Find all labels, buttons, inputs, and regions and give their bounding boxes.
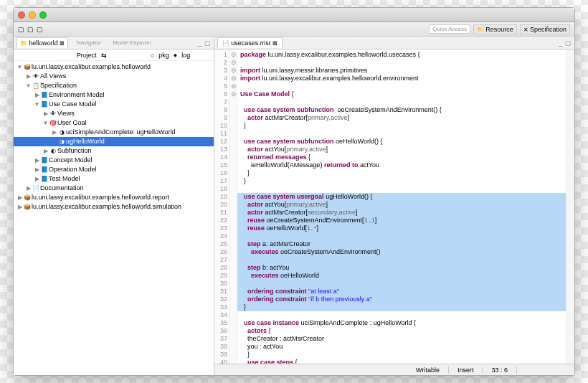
tree-node[interactable]: ▶◐Subfunction bbox=[14, 146, 214, 156]
collapse-icon[interactable]: ⇆ bbox=[101, 52, 107, 59]
tree-node[interactable]: ▶📘Test Model bbox=[14, 174, 214, 184]
minimize-icon[interactable] bbox=[29, 11, 36, 19]
zoom-icon[interactable] bbox=[39, 11, 47, 19]
status-cursor: 33 : 6 bbox=[483, 367, 517, 374]
tree-node[interactable]: ▶👁Views bbox=[14, 109, 214, 118]
code-content[interactable]: package lu.uni.lassy.excalibur.examples.… bbox=[237, 49, 566, 364]
status-mode: Insert bbox=[449, 367, 483, 374]
toolbar-icon[interactable]: ▢ bbox=[27, 26, 34, 33]
project-label: Project bbox=[77, 52, 97, 59]
status-bar: Writable Insert 33 : 6 bbox=[214, 364, 574, 375]
titlebar[interactable] bbox=[14, 8, 574, 22]
editor-tab[interactable]: 📄 usecases.msr ⊠ bbox=[217, 37, 283, 48]
minimize-view-icon[interactable]: ⎯ bbox=[198, 39, 201, 47]
filter-log[interactable]: log bbox=[181, 52, 190, 59]
quick-access-input[interactable]: Quick Access bbox=[429, 24, 470, 34]
tree-node[interactable]: ▼📦lu.uni.lassy.excalibur.examples.hellow… bbox=[14, 62, 214, 72]
tree-node[interactable]: ▶📄Documentation bbox=[14, 184, 214, 193]
tree-node[interactable]: ▶📦lu.uni.lassy.excalibur.examples.hellow… bbox=[14, 193, 214, 202]
project-toolbar: Project ⇆ ○pkg ●log bbox=[14, 49, 214, 61]
code-editor[interactable]: 1234567891011121314151617181920212223242… bbox=[214, 49, 574, 364]
perspective-button[interactable]: 📁 Resource bbox=[473, 24, 517, 34]
view-tabs: 📁 helloworld ⊠ Navigator Model Explorer … bbox=[14, 37, 214, 49]
filter-pkg[interactable]: pkg bbox=[158, 52, 169, 59]
maximize-editor-icon[interactable]: ▢ bbox=[565, 39, 572, 47]
tree-node[interactable]: ▶📘Environment Model bbox=[14, 90, 214, 100]
tree-node[interactable]: ▶📦lu.uni.lassy.excalibur.examples.hellow… bbox=[14, 202, 214, 212]
editor-area: 📄 usecases.msr ⊠ ⎯▢ 12345678910111213141… bbox=[214, 37, 574, 375]
tree-node[interactable]: ▶◑uciSimpleAndComplete: ugHelloWorld bbox=[14, 128, 214, 137]
project-tree[interactable]: ▼📦lu.uni.lassy.excalibur.examples.hellow… bbox=[14, 61, 214, 375]
perspective-button[interactable]: ✕ Specification bbox=[520, 24, 570, 34]
left-panel: 📁 helloworld ⊠ Navigator Model Explorer … bbox=[14, 37, 214, 375]
tree-node[interactable]: ◑ugHelloWorld bbox=[14, 137, 214, 146]
status-writable: Writable bbox=[407, 367, 449, 374]
line-gutter: 1234567891011121314151617181920212223242… bbox=[214, 49, 230, 364]
tree-node[interactable]: ▼📋Specification bbox=[14, 81, 214, 90]
tree-node[interactable]: ▼📘Use Case Model bbox=[14, 100, 214, 109]
toolbar-icon[interactable]: ▢ bbox=[18, 26, 24, 33]
fold-gutter[interactable]: ⊖⊖⊖⊖⊖⊖ bbox=[230, 49, 237, 364]
maximize-view-icon[interactable]: ▢ bbox=[204, 39, 211, 47]
tree-node[interactable]: ▶👁All Views bbox=[14, 72, 214, 81]
ide-window: ▢ ▢ ▢ Quick Access 📁 Resource ✕ Specific… bbox=[13, 7, 575, 376]
tree-node[interactable]: ▼🎯User Goal bbox=[14, 118, 214, 128]
tab-model-explorer[interactable]: Model Explorer bbox=[110, 38, 154, 47]
tree-node[interactable]: ▶📘Concept Model bbox=[14, 156, 214, 165]
close-icon[interactable] bbox=[18, 11, 25, 19]
tab-navigator[interactable]: Navigator bbox=[74, 38, 104, 47]
editor-tabs: 📄 usecases.msr ⊠ ⎯▢ bbox=[214, 37, 574, 49]
tree-node[interactable]: ▶📘Operation Model bbox=[14, 165, 214, 174]
overview-ruler[interactable] bbox=[566, 49, 574, 364]
toolbar-icon[interactable]: ▢ bbox=[37, 26, 43, 33]
tab-helloworld[interactable]: 📁 helloworld ⊠ bbox=[16, 37, 68, 48]
minimize-editor-icon[interactable]: ⎯ bbox=[559, 39, 562, 47]
main-toolbar: ▢ ▢ ▢ Quick Access 📁 Resource ✕ Specific… bbox=[14, 22, 574, 37]
